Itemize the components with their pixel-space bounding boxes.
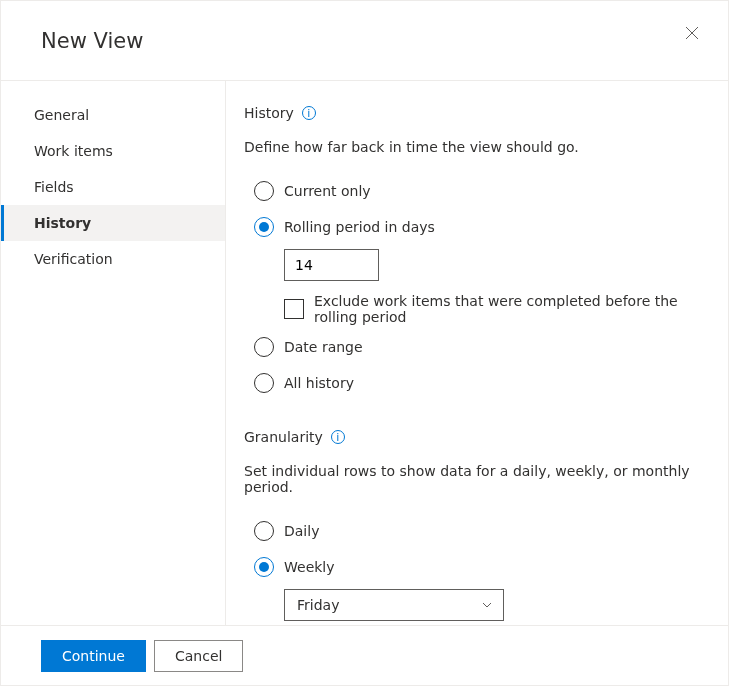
radio-rolling-period[interactable]: Rolling period in days [244, 209, 710, 245]
info-icon[interactable]: i [302, 106, 316, 120]
radio-weekly[interactable]: Weekly [244, 549, 710, 585]
checkbox-label: Exclude work items that were completed b… [314, 293, 710, 325]
radio-all-history[interactable]: All history [244, 365, 710, 401]
radio-icon [254, 557, 274, 577]
radio-label: Date range [284, 339, 363, 355]
sidebar-item-label: Fields [34, 179, 74, 195]
sidebar-item-general[interactable]: General [1, 97, 225, 133]
radio-icon [254, 217, 274, 237]
weekly-details: Friday [284, 589, 710, 621]
radio-daily[interactable]: Daily [244, 513, 710, 549]
history-description: Define how far back in time the view sho… [244, 139, 710, 155]
sidebar-item-verification[interactable]: Verification [1, 241, 225, 277]
select-value: Friday [297, 597, 339, 613]
dialog-footer: Continue Cancel [1, 625, 728, 685]
granularity-heading: Granularity [244, 429, 323, 445]
sidebar-item-label: General [34, 107, 89, 123]
radio-label: Rolling period in days [284, 219, 435, 235]
radio-label: Current only [284, 183, 371, 199]
granularity-description: Set individual rows to show data for a d… [244, 463, 710, 495]
rolling-days-input[interactable] [284, 249, 379, 281]
checkbox-icon [284, 299, 304, 319]
sidebar-item-fields[interactable]: Fields [1, 169, 225, 205]
radio-current-only[interactable]: Current only [244, 173, 710, 209]
radio-icon [254, 181, 274, 201]
history-heading-row: History i [244, 105, 710, 121]
history-heading: History [244, 105, 294, 121]
info-icon[interactable]: i [331, 430, 345, 444]
rolling-period-details: Exclude work items that were completed b… [284, 249, 710, 325]
radio-dot-icon [259, 562, 269, 572]
radio-icon [254, 521, 274, 541]
dialog-body: General Work items Fields History Verifi… [1, 81, 728, 625]
dialog-title: New View [41, 29, 143, 53]
close-icon [685, 26, 699, 40]
content-panel: History i Define how far back in time th… [226, 81, 728, 625]
sidebar-item-label: History [34, 215, 91, 231]
sidebar: General Work items Fields History Verifi… [1, 81, 226, 625]
close-button[interactable] [676, 17, 708, 49]
sidebar-item-work-items[interactable]: Work items [1, 133, 225, 169]
exclude-checkbox-row[interactable]: Exclude work items that were completed b… [284, 293, 710, 325]
sidebar-item-history[interactable]: History [1, 205, 225, 241]
radio-label: Weekly [284, 559, 335, 575]
sidebar-item-label: Work items [34, 143, 113, 159]
dialog-header: New View [1, 1, 728, 81]
granularity-heading-row: Granularity i [244, 429, 710, 445]
radio-label: All history [284, 375, 354, 391]
radio-icon [254, 373, 274, 393]
radio-icon [254, 337, 274, 357]
new-view-dialog: New View General Work items Fields Histo… [0, 0, 729, 686]
radio-label: Daily [284, 523, 319, 539]
continue-button[interactable]: Continue [41, 640, 146, 672]
sidebar-item-label: Verification [34, 251, 113, 267]
chevron-down-icon [481, 599, 493, 611]
cancel-button[interactable]: Cancel [154, 640, 243, 672]
radio-date-range[interactable]: Date range [244, 329, 710, 365]
weekly-day-select[interactable]: Friday [284, 589, 504, 621]
radio-dot-icon [259, 222, 269, 232]
